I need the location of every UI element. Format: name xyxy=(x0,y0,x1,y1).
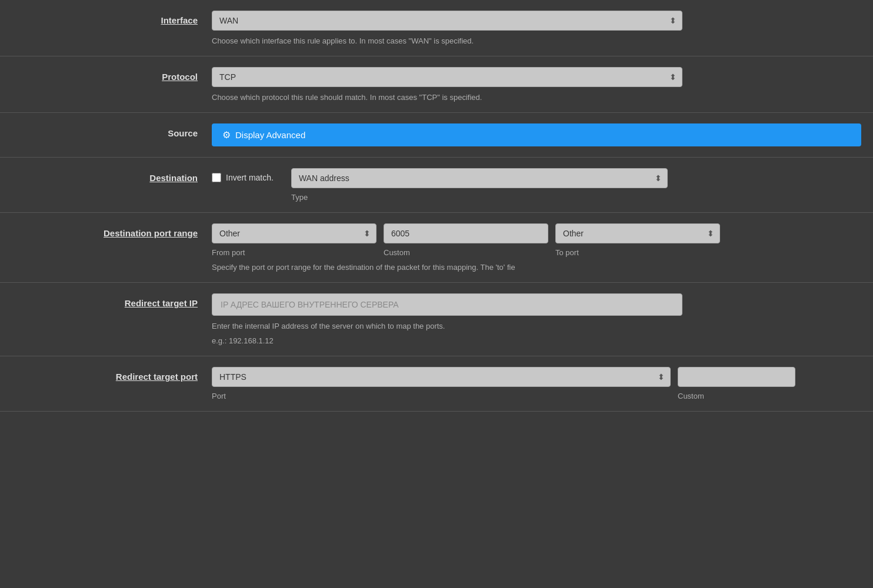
destination-port-range-row: Destination port range Other HTTP HTTPS … xyxy=(0,213,873,283)
invert-match-wrapper: Invert match. xyxy=(212,168,274,182)
interface-select-wrapper: WAN LAN OPT1 xyxy=(212,11,682,31)
redirect-target-ip-label-col: Redirect target IP xyxy=(12,293,212,308)
from-port-field: Other HTTP HTTPS FTP From port xyxy=(212,223,376,257)
redirect-ip-help-1: Enter the internal IP address of the ser… xyxy=(212,322,861,330)
redirect-target-ip-label[interactable]: Redirect target IP xyxy=(125,298,198,308)
redirect-custom-port-field: Custom xyxy=(678,367,795,400)
destination-port-range-label[interactable]: Destination port range xyxy=(104,228,198,238)
to-port-select-wrapper: Other HTTP HTTPS FTP xyxy=(555,223,720,243)
interface-select[interactable]: WAN LAN OPT1 xyxy=(212,11,682,31)
destination-inner: Invert match. WAN address LAN address An… xyxy=(212,168,861,202)
protocol-label-col: Protocol xyxy=(12,67,212,82)
protocol-help: Choose which protocol this rule should m… xyxy=(212,93,861,102)
protocol-row: Protocol TCP UDP TCP/UDP ICMP Choose whi… xyxy=(0,56,873,113)
destination-type-wrapper: WAN address LAN address Any Type xyxy=(291,168,668,202)
redirect-port-inner: HTTPS HTTP FTP SSH Other Port Custom xyxy=(212,367,861,400)
interface-label[interactable]: Interface xyxy=(161,15,198,25)
from-port-label: From port xyxy=(212,248,376,257)
form-container: Interface WAN LAN OPT1 Choose which inte… xyxy=(0,0,873,412)
from-port-select-wrapper: Other HTTP HTTPS FTP xyxy=(212,223,376,243)
redirect-custom-label: Custom xyxy=(678,392,795,400)
gear-icon: ⚙ xyxy=(222,129,231,141)
source-label-col: Source xyxy=(12,123,212,138)
destination-type-select[interactable]: WAN address LAN address Any xyxy=(291,168,668,188)
destination-type-select-wrapper: WAN address LAN address Any xyxy=(291,168,668,188)
redirect-port-select-field: HTTPS HTTP FTP SSH Other Port xyxy=(212,367,671,400)
display-advanced-button[interactable]: ⚙ Display Advanced xyxy=(212,123,861,146)
to-port-select[interactable]: Other HTTP HTTPS FTP xyxy=(555,223,720,243)
protocol-label[interactable]: Protocol xyxy=(162,72,198,82)
redirect-port-label: Port xyxy=(212,392,671,400)
redirect-target-port-label-col: Redirect target port xyxy=(12,367,212,382)
protocol-content: TCP UDP TCP/UDP ICMP Choose which protoc… xyxy=(212,67,861,102)
destination-content: Invert match. WAN address LAN address An… xyxy=(212,168,861,202)
invert-match-checkbox[interactable] xyxy=(212,173,221,182)
destination-type-label: Type xyxy=(291,193,668,202)
destination-label-col: Destination xyxy=(12,168,212,183)
protocol-select-wrapper: TCP UDP TCP/UDP ICMP xyxy=(212,67,682,87)
display-advanced-label: Display Advanced xyxy=(235,130,305,140)
from-port-select[interactable]: Other HTTP HTTPS FTP xyxy=(212,223,376,243)
to-port-field: Other HTTP HTTPS FTP To port xyxy=(555,223,720,257)
destination-row: Destination Invert match. WAN address LA… xyxy=(0,158,873,213)
redirect-port-select[interactable]: HTTPS HTTP FTP SSH Other xyxy=(212,367,671,387)
invert-match-label: Invert match. xyxy=(226,173,274,182)
interface-row: Interface WAN LAN OPT1 Choose which inte… xyxy=(0,0,873,56)
redirect-target-port-label[interactable]: Redirect target port xyxy=(116,372,198,382)
redirect-target-ip-row: Redirect target IP Enter the internal IP… xyxy=(0,283,873,356)
destination-port-range-content: Other HTTP HTTPS FTP From port Custom xyxy=(212,223,861,272)
interface-label-col: Interface xyxy=(12,11,212,25)
port-range-inner: Other HTTP HTTPS FTP From port Custom xyxy=(212,223,861,257)
to-port-label: To port xyxy=(555,248,720,257)
redirect-port-select-wrapper: HTTPS HTTP FTP SSH Other xyxy=(212,367,671,387)
redirect-target-port-content: HTTPS HTTP FTP SSH Other Port Custom xyxy=(212,367,861,400)
protocol-select[interactable]: TCP UDP TCP/UDP ICMP xyxy=(212,67,682,87)
destination-port-help: Specify the port or port range for the d… xyxy=(212,263,861,272)
redirect-target-ip-content: Enter the internal IP address of the ser… xyxy=(212,293,861,345)
destination-port-range-label-col: Destination port range xyxy=(12,223,212,238)
redirect-target-ip-input[interactable] xyxy=(212,293,682,316)
custom-port-input[interactable] xyxy=(384,223,548,243)
redirect-custom-port-input[interactable] xyxy=(678,367,795,387)
destination-label[interactable]: Destination xyxy=(149,173,198,183)
source-content: ⚙ Display Advanced xyxy=(212,123,861,146)
custom-port-field: Custom xyxy=(384,223,548,257)
source-label: Source xyxy=(168,128,198,138)
redirect-ip-help-2: e.g.: 192.168.1.12 xyxy=(212,336,861,345)
redirect-target-port-row: Redirect target port HTTPS HTTP FTP SSH … xyxy=(0,356,873,412)
source-row: Source ⚙ Display Advanced xyxy=(0,113,873,158)
interface-content: WAN LAN OPT1 Choose which interface this… xyxy=(212,11,861,45)
interface-help: Choose which interface this rule applies… xyxy=(212,36,861,45)
custom-label: Custom xyxy=(384,248,548,257)
